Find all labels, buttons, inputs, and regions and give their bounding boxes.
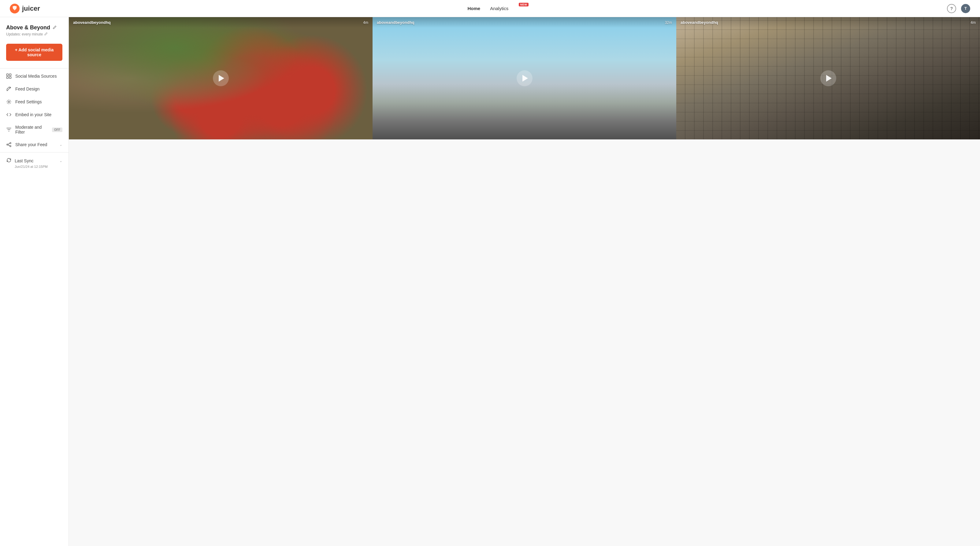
svg-point-7 [8,101,10,103]
logo[interactable]: juicer [10,4,40,13]
main-nav: Home Analytics NEW [468,6,519,11]
card-header-2: aboveandbeyondhq 4m [676,17,980,28]
sidebar-item-label-embed: Embed in your Site [15,112,62,117]
sidebar-item-label-moderate: Moderate and Filter [15,125,48,135]
feed-title: Above & Beyond [6,24,50,31]
sidebar-item-label-settings: Feed Settings [15,99,62,104]
feed-title-area: Above & Beyond Updates: every minute [0,24,68,41]
sidebar-item-feed-settings[interactable]: Feed Settings [0,95,68,108]
sidebar-divider-2 [0,152,68,152]
feed-content-area: aboveandbeyondhq 4m aboveandbeyondhq 32m [69,17,980,546]
sidebar-item-label-share: Share your Feed [15,142,56,147]
grid-icon [6,73,12,79]
logo-text: juicer [22,5,40,13]
sidebar-item-last-sync[interactable]: Last Sync ⌄ Jun/21/24 at 12:15PM [0,154,68,172]
card-header-1: aboveandbeyondhq 32m [372,17,676,28]
svg-point-6 [10,87,11,88]
sidebar-divider-1 [0,68,68,68]
logo-icon [10,4,19,13]
gear-icon [6,99,12,105]
sync-icon [6,157,12,164]
main-layout: Above & Beyond Updates: every minute + A… [0,17,980,546]
feed-card-1[interactable]: aboveandbeyondhq 32m [372,17,676,140]
card-username-1: aboveandbeyondhq [377,20,414,25]
card-username-2: aboveandbeyondhq [681,20,718,25]
code-icon [6,112,12,117]
share-chevron-icon: ⌄ [59,143,62,147]
card-time-1: 32m [665,21,672,25]
sidebar: Above & Beyond Updates: every minute + A… [0,17,69,546]
feed-card-0[interactable]: aboveandbeyondhq 4m [69,17,372,140]
card-play-button-2[interactable] [820,70,836,86]
play-triangle-2 [826,75,832,82]
card-username-0: aboveandbeyondhq [73,20,111,25]
edit-feed-title-icon[interactable] [52,25,57,30]
feed-subtitle: Updates: every minute [6,32,62,37]
sidebar-item-embed[interactable]: Embed in your Site [0,108,68,121]
svg-rect-4 [7,77,9,79]
nav-analytics[interactable]: Analytics NEW [490,6,519,11]
feed-card-2[interactable]: aboveandbeyondhq 4m [676,17,980,140]
app-header: juicer Home Analytics NEW ? T [0,0,980,17]
card-time-2: 4m [970,21,976,25]
svg-point-1 [14,6,16,8]
svg-point-10 [10,146,11,147]
moderate-off-badge: OFF [52,127,62,132]
share-icon [6,142,12,148]
user-avatar[interactable]: T [961,4,970,13]
header-right-actions: ? T [947,4,970,13]
play-triangle-0 [219,75,224,82]
svg-rect-3 [10,74,11,76]
sidebar-item-label-social: Social Media Sources [15,74,62,79]
card-play-button-1[interactable] [517,70,533,86]
feed-grid: aboveandbeyondhq 4m aboveandbeyondhq 32m [69,17,980,140]
add-source-button[interactable]: + Add social media source [6,44,62,61]
svg-point-9 [7,144,8,145]
card-play-button-0[interactable] [213,70,229,86]
sidebar-item-share[interactable]: Share your Feed ⌄ [0,138,68,151]
last-sync-date: Jun/21/24 at 12:15PM [6,165,62,168]
play-triangle-1 [522,75,528,82]
analytics-new-badge: NEW [519,3,529,6]
card-header-0: aboveandbeyondhq 4m [69,17,372,28]
svg-rect-5 [10,77,11,79]
sidebar-item-social-media-sources[interactable]: Social Media Sources [0,70,68,83]
svg-point-8 [10,143,11,144]
edit-update-frequency-icon[interactable] [45,32,48,37]
last-sync-chevron-icon: ⌄ [59,159,62,163]
sidebar-item-moderate[interactable]: Moderate and Filter OFF [0,121,68,138]
nav-home[interactable]: Home [468,6,480,11]
last-sync-label: Last Sync [15,158,56,163]
card-time-0: 4m [363,21,368,25]
sidebar-item-feed-design[interactable]: Feed Design [0,83,68,95]
brush-icon [6,86,12,92]
help-button[interactable]: ? [947,4,956,13]
sidebar-item-label-design: Feed Design [15,87,62,91]
filter-icon [6,127,12,132]
svg-rect-2 [7,74,9,76]
